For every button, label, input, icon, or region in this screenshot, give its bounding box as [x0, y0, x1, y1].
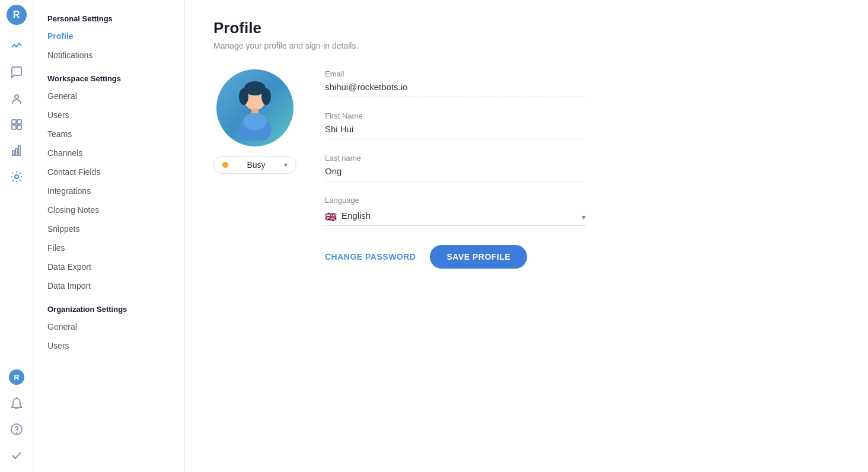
- chevron-down-icon: ▾: [284, 161, 288, 169]
- logo-icon: R: [5, 365, 28, 389]
- main-content: Profile Manage your profile and sign-in …: [185, 0, 868, 472]
- svg-point-8: [15, 175, 18, 178]
- sidebar-item-profile[interactable]: Profile: [33, 27, 184, 46]
- avatar-area: Busy ▾: [213, 69, 296, 174]
- page-subtitle: Manage your profile and sign-in details.: [213, 41, 840, 50]
- first-name-label: First Name: [325, 111, 586, 120]
- checkmark-icon[interactable]: [5, 444, 28, 467]
- save-profile-button[interactable]: SAVE PROFILE: [430, 245, 527, 269]
- sidebar-item-data-export[interactable]: Data Export: [33, 257, 184, 276]
- last-name-input[interactable]: [325, 166, 586, 181]
- email-value: shihui@rocketbots.io: [325, 82, 586, 97]
- sidebar-item-snippets[interactable]: Snippets: [33, 219, 184, 238]
- workspace-settings-title: Workspace Settings: [33, 65, 184, 87]
- language-select-wrapper: 🇬🇧 English Chinese Malay ▾: [325, 208, 586, 226]
- svg-point-0: [15, 95, 18, 98]
- form-area: Email shihui@rocketbots.io First Name La…: [325, 69, 586, 269]
- svg-point-16: [239, 88, 248, 105]
- svg-rect-6: [15, 148, 17, 155]
- personal-settings-title: Personal Settings: [33, 9, 184, 27]
- profile-avatar: [216, 69, 293, 146]
- status-dot: [222, 162, 228, 168]
- svg-text:R: R: [14, 373, 20, 382]
- svg-rect-4: [17, 125, 21, 129]
- email-field-group: Email shihui@rocketbots.io: [325, 69, 586, 97]
- change-password-button[interactable]: CHANGE PASSWORD: [325, 252, 416, 261]
- sidebar: Personal Settings Profile Notifications …: [33, 0, 185, 472]
- contacts-icon[interactable]: [5, 87, 28, 110]
- language-label: Language: [325, 196, 586, 205]
- activity-icon[interactable]: [5, 34, 28, 58]
- first-name-input[interactable]: [325, 124, 586, 139]
- settings-icon[interactable]: [5, 165, 28, 189]
- sidebar-item-files[interactable]: Files: [33, 238, 184, 257]
- icon-rail: R: [0, 0, 33, 472]
- language-flag: 🇬🇧: [325, 211, 337, 222]
- integrations-icon[interactable]: [5, 113, 28, 136]
- sidebar-item-contact-fields[interactable]: Contact Fields: [33, 162, 184, 181]
- sidebar-item-users[interactable]: Users: [33, 106, 184, 125]
- svg-point-20: [243, 113, 267, 130]
- sidebar-item-general[interactable]: General: [33, 87, 184, 106]
- language-field-group: Language 🇬🇧 English Chinese Malay ▾: [325, 196, 586, 226]
- reports-icon[interactable]: [5, 139, 28, 162]
- svg-rect-7: [18, 146, 20, 155]
- help-icon[interactable]: [5, 417, 28, 441]
- notification-bell-icon[interactable]: [5, 391, 28, 415]
- svg-point-17: [261, 88, 271, 105]
- first-name-field-group: First Name: [325, 111, 586, 139]
- status-label: Busy: [247, 160, 265, 170]
- status-selector[interactable]: Busy ▾: [213, 156, 296, 174]
- sidebar-item-notifications[interactable]: Notifications: [33, 46, 184, 65]
- action-row: CHANGE PASSWORD SAVE PROFILE: [325, 245, 586, 269]
- sidebar-item-teams[interactable]: Teams: [33, 125, 184, 143]
- organization-settings-title: Organization Settings: [33, 295, 184, 317]
- svg-rect-1: [12, 120, 16, 124]
- sidebar-item-data-import[interactable]: Data Import: [33, 276, 184, 295]
- svg-rect-3: [12, 125, 16, 129]
- language-select[interactable]: English Chinese Malay: [342, 208, 582, 225]
- language-chevron-icon: ▾: [582, 212, 586, 222]
- svg-rect-5: [12, 151, 14, 155]
- svg-rect-2: [17, 120, 21, 124]
- sidebar-item-integrations[interactable]: Integrations: [33, 181, 184, 200]
- avatar[interactable]: R: [7, 5, 27, 25]
- svg-point-12: [16, 433, 17, 433]
- sidebar-item-closing-notes[interactable]: Closing Notes: [33, 200, 184, 219]
- sidebar-item-org-users[interactable]: Users: [33, 336, 184, 355]
- profile-section: Busy ▾ Email shihui@rocketbots.io First …: [213, 69, 840, 269]
- page-title: Profile: [213, 19, 840, 37]
- last-name-label: Last name: [325, 154, 586, 162]
- sidebar-item-org-general[interactable]: General: [33, 317, 184, 336]
- sidebar-item-channels[interactable]: Channels: [33, 143, 184, 162]
- chat-icon[interactable]: [5, 60, 28, 84]
- email-label: Email: [325, 69, 586, 78]
- last-name-field-group: Last name: [325, 154, 586, 181]
